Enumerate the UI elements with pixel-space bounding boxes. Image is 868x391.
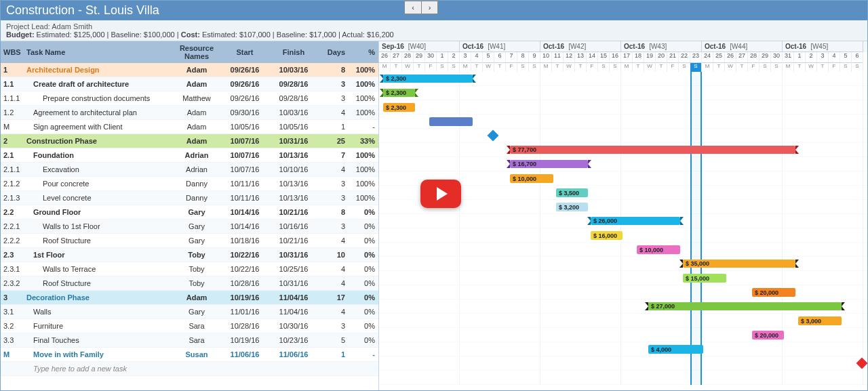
- cell-days[interactable]: 4: [318, 278, 348, 289]
- cell-percent[interactable]: 100%: [348, 93, 378, 104]
- cell-resource[interactable]: Adam: [173, 64, 220, 75]
- cell-start[interactable]: 10/18/16: [220, 235, 269, 246]
- cell-days[interactable]: 3: [318, 79, 348, 89]
- table-row[interactable]: 2.2.1Walls to 1st FloorGary10/14/1610/16…: [1, 220, 378, 234]
- cell-days[interactable]: 1: [318, 349, 348, 360]
- gantt-bar[interactable]: $ 27,000: [648, 302, 842, 310]
- cell-resource[interactable]: Sara: [173, 335, 220, 346]
- cell-task[interactable]: Move in with Family: [24, 349, 173, 360]
- cell-task[interactable]: Create draft of architecture: [24, 79, 173, 89]
- cell-days[interactable]: 4: [318, 164, 348, 175]
- cell-start[interactable]: 10/28/16: [220, 321, 269, 331]
- cell-finish[interactable]: 10/30/16: [269, 321, 318, 331]
- cell-start[interactable]: 11/01/16: [220, 306, 269, 317]
- cell-days[interactable]: 10: [318, 249, 348, 260]
- cell-task[interactable]: Pour concrete: [24, 178, 173, 189]
- table-row[interactable]: 3.1WallsGary11/01/1611/04/1640%: [1, 305, 378, 319]
- cell-finish[interactable]: 10/31/16: [269, 249, 318, 260]
- cell-resource[interactable]: Gary: [173, 207, 220, 218]
- cell-days[interactable]: 4: [318, 264, 348, 274]
- gantt-bar[interactable]: $ 20,000: [752, 331, 784, 339]
- gantt-bar[interactable]: $ 3,500: [556, 188, 588, 197]
- cell-days[interactable]: 3: [318, 192, 348, 203]
- cell-task[interactable]: Construction Phase: [24, 136, 173, 146]
- table-row[interactable]: 2.1.3Level concreteDanny10/11/1610/13/16…: [1, 191, 378, 205]
- cell-percent[interactable]: 100%: [348, 64, 378, 75]
- table-row[interactable]: 2.3.2Roof StructureToby10/28/1610/31/164…: [1, 276, 378, 291]
- cell-task[interactable]: Foundation: [24, 150, 173, 161]
- cell-start[interactable]: 10/11/16: [220, 178, 269, 189]
- cell-days[interactable]: 3: [318, 221, 348, 232]
- col-task[interactable]: Task Name: [24, 47, 173, 58]
- table-row[interactable]: 3.3Final TouchesSara10/19/1610/23/1650%: [1, 333, 378, 348]
- gantt-bar[interactable]: $ 77,700: [510, 146, 795, 154]
- table-row[interactable]: 2.1FoundationAdrian10/07/1610/13/167100%: [1, 148, 378, 163]
- cell-percent[interactable]: 0%: [348, 249, 378, 260]
- table-row[interactable]: 2Construction PhaseAdam10/07/1610/31/162…: [1, 134, 378, 148]
- cell-days[interactable]: 5: [318, 335, 348, 346]
- cell-task[interactable]: Sign agreement with Client: [24, 121, 173, 132]
- cell-percent[interactable]: 100%: [348, 107, 378, 118]
- cell-percent[interactable]: 0%: [348, 221, 378, 232]
- cell-resource[interactable]: Gary: [173, 306, 220, 317]
- nav-prev-button[interactable]: ‹: [405, 1, 421, 14]
- cell-resource[interactable]: Susan: [173, 349, 220, 360]
- table-row[interactable]: 3Decoration PhaseAdam10/19/1611/04/16170…: [1, 291, 378, 305]
- cell-start[interactable]: 09/26/16: [220, 64, 269, 75]
- cell-percent[interactable]: 33%: [348, 136, 378, 146]
- gantt-bar[interactable]: $ 16,000: [591, 231, 623, 240]
- cell-resource[interactable]: Adam: [173, 107, 220, 118]
- table-row[interactable]: 1.1.1Prepare construction documentsMatth…: [1, 91, 378, 106]
- cell-task[interactable]: Furniture: [24, 321, 173, 331]
- table-row[interactable]: 2.3.1Walls to TerraceToby10/22/1610/25/1…: [1, 262, 378, 276]
- cell-task[interactable]: Roof Structure: [24, 278, 173, 289]
- gantt-bar[interactable]: $ 2,300: [383, 75, 473, 83]
- cell-days[interactable]: 1: [318, 121, 348, 132]
- table-row[interactable]: 2.1.2Pour concreteDanny10/11/1610/13/163…: [1, 177, 378, 191]
- cell-resource[interactable]: Adam: [173, 292, 220, 303]
- cell-resource[interactable]: Toby: [173, 264, 220, 274]
- cell-start[interactable]: 10/28/16: [220, 278, 269, 289]
- cell-start[interactable]: 09/26/16: [220, 93, 269, 104]
- cell-resource[interactable]: Sara: [173, 321, 220, 331]
- cell-resource[interactable]: Gary: [173, 235, 220, 246]
- cell-task[interactable]: Walls to 1st Floor: [24, 221, 173, 232]
- cell-finish[interactable]: 09/28/16: [269, 79, 318, 89]
- cell-percent[interactable]: 100%: [348, 178, 378, 189]
- cell-task[interactable]: Walls: [24, 306, 173, 317]
- cell-days[interactable]: 7: [318, 150, 348, 161]
- cell-resource[interactable]: Adrian: [173, 164, 220, 175]
- gantt-bar[interactable]: $ 3,000: [798, 316, 842, 325]
- cell-resource[interactable]: Adam: [173, 79, 220, 89]
- cell-start[interactable]: 10/07/16: [220, 136, 269, 146]
- cell-task[interactable]: Roof Structure: [24, 235, 173, 246]
- cell-finish[interactable]: 10/03/16: [269, 64, 318, 75]
- cell-finish[interactable]: 10/10/16: [269, 164, 318, 175]
- gantt-bar[interactable]: $ 3,200: [556, 203, 588, 211]
- cell-days[interactable]: 4: [318, 306, 348, 317]
- cell-percent[interactable]: 0%: [348, 306, 378, 317]
- table-row[interactable]: 2.31st FloorToby10/22/1610/31/16100%: [1, 248, 378, 262]
- col-days[interactable]: Days: [318, 47, 348, 58]
- cell-task[interactable]: Level concrete: [24, 192, 173, 203]
- cell-days[interactable]: 4: [318, 107, 348, 118]
- cell-start[interactable]: 10/05/16: [220, 121, 269, 132]
- cell-percent[interactable]: 100%: [348, 150, 378, 161]
- cell-percent[interactable]: 0%: [348, 335, 378, 346]
- table-row[interactable]: MMove in with FamilySusan11/06/1611/06/1…: [1, 348, 378, 362]
- cell-task[interactable]: Decoration Phase: [24, 292, 173, 303]
- add-task-row[interactable]: Type here to add a new task: [1, 362, 378, 376]
- cell-days[interactable]: 25: [318, 136, 348, 146]
- cell-days[interactable]: 8: [318, 207, 348, 218]
- cell-percent[interactable]: 0%: [348, 292, 378, 303]
- cell-percent[interactable]: -: [348, 121, 378, 132]
- gantt-bar[interactable]: $ 15,000: [683, 274, 726, 283]
- gantt-chart[interactable]: $ 2,300$ 2,300$ 2,300$ 77,700$ 16,700$ 1…: [379, 72, 867, 385]
- cell-start[interactable]: 09/26/16: [220, 79, 269, 89]
- cell-start[interactable]: 10/07/16: [220, 150, 269, 161]
- cell-start[interactable]: 11/06/16: [220, 349, 269, 360]
- cell-resource[interactable]: Matthew: [173, 93, 220, 104]
- col-resource[interactable]: Resource Names: [173, 43, 220, 62]
- cell-finish[interactable]: 10/23/16: [269, 335, 318, 346]
- cell-percent[interactable]: -: [348, 349, 378, 360]
